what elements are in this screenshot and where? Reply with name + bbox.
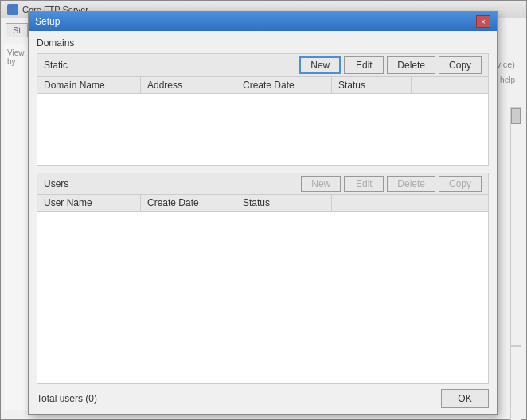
dialog-close-button[interactable]: × (476, 15, 490, 28)
users-new-button[interactable]: New (301, 176, 341, 192)
ok-button[interactable]: OK (441, 389, 489, 408)
users-subsection: Users New Edit Delete Copy User Name Cre… (37, 173, 489, 384)
users-col-create: Create Date (141, 195, 236, 211)
bg-scrollbar2[interactable] (510, 346, 521, 420)
users-col-username: User Name (37, 195, 141, 211)
setup-dialog: Setup × Domains Static New Edit Delete C… (28, 11, 498, 415)
bg-app-icon (7, 4, 18, 15)
dialog-title: Setup (35, 16, 476, 27)
static-delete-button[interactable]: Delete (387, 56, 435, 74)
dialog-body: Domains Static New Edit Delete Copy Doma… (29, 31, 497, 414)
users-edit-button[interactable]: Edit (344, 176, 384, 192)
static-col-address: Address (141, 77, 236, 93)
users-table-body (37, 212, 488, 323)
static-header: Static New Edit Delete Copy (37, 54, 488, 77)
static-col-status: Status (332, 77, 412, 93)
bg-scrollbar-thumb (511, 108, 521, 124)
bg-scrollbar[interactable] (510, 107, 521, 346)
static-subsection: Static New Edit Delete Copy Domain Name … (37, 53, 489, 166)
static-edit-button[interactable]: Edit (344, 56, 384, 74)
users-col-status: Status (236, 195, 332, 211)
users-label: Users (44, 178, 68, 189)
users-table: User Name Create Date Status (37, 195, 488, 323)
users-buttons: New Edit Delete Copy (301, 176, 482, 192)
users-table-header: User Name Create Date Status (37, 195, 488, 212)
dialog-footer: Total users (0) OK (37, 384, 489, 408)
static-table: Domain Name Address Create Date Status (37, 77, 488, 165)
static-label: Static (44, 60, 68, 71)
static-table-body (37, 94, 488, 165)
users-delete-button[interactable]: Delete (387, 176, 435, 192)
domains-section-label: Domains (37, 37, 489, 49)
static-new-button[interactable]: New (299, 56, 341, 74)
dialog-titlebar: Setup × (29, 12, 497, 31)
static-col-domain: Domain Name (37, 77, 141, 93)
static-buttons: New Edit Delete Copy (299, 56, 482, 74)
bg-toolbar-btn1[interactable]: St (6, 23, 28, 37)
users-header: Users New Edit Delete Copy (37, 173, 488, 195)
users-copy-button[interactable]: Copy (439, 176, 482, 192)
total-users-text: Total users (0) (37, 393, 97, 404)
static-copy-button[interactable]: Copy (439, 56, 482, 74)
static-table-header: Domain Name Address Create Date Status (37, 77, 488, 94)
static-col-create: Create Date (236, 77, 332, 93)
